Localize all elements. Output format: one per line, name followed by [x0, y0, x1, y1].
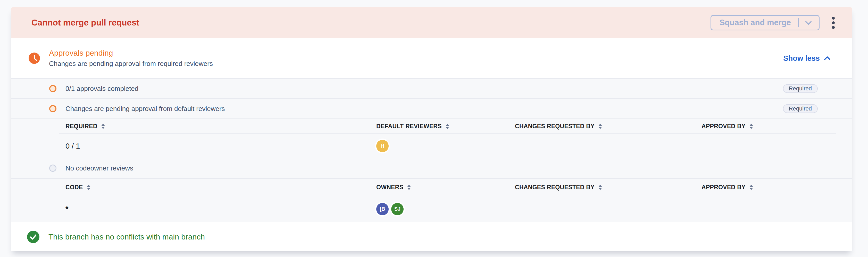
- table-row: * [B SJ: [59, 196, 836, 222]
- merge-options-chevron[interactable]: [805, 18, 812, 27]
- check-row-default-reviewers: Changes are pending approval from defaul…: [11, 99, 852, 119]
- column-header-approved-by[interactable]: APPROVED BY: [702, 184, 836, 191]
- column-header-changes-requested-by[interactable]: CHANGES REQUESTED BY: [515, 123, 702, 130]
- sort-icon: [598, 124, 602, 129]
- check-row-approvals-completed: 0/1 approvals completed Required: [11, 79, 852, 99]
- status-subtitle: Changes are pending approval from requir…: [49, 60, 213, 68]
- sort-icon: [598, 185, 602, 190]
- sort-icon: [445, 124, 449, 129]
- neutral-status-icon: [49, 165, 57, 172]
- avatar[interactable]: [B: [376, 203, 389, 215]
- sort-icon: [749, 185, 753, 190]
- check-success-icon: [27, 231, 39, 243]
- column-header-approved-by[interactable]: APPROVED BY: [702, 123, 836, 130]
- kebab-dot: [832, 26, 835, 29]
- avatar[interactable]: H: [376, 140, 389, 152]
- sort-icon: [101, 124, 105, 129]
- banner-title: Cannot merge pull request: [31, 18, 711, 28]
- table-row: 0 / 1 H: [59, 134, 836, 158]
- merge-button-label: Squash and merge: [719, 18, 791, 27]
- default-reviewers-table: REQUIRED DEFAULT REVIEWERS CHANGES REQUE…: [59, 119, 836, 158]
- table-header-row: CODE OWNERS CHANGES REQUESTED BY APPROVE…: [59, 179, 836, 196]
- pending-status-icon: [49, 85, 57, 92]
- check-label: No codeowner reviews: [65, 164, 133, 172]
- status-text: Approvals pending Changes are pending ap…: [49, 49, 213, 68]
- button-divider: [798, 18, 799, 27]
- merge-checks-panel: Cannot merge pull request Squash and mer…: [11, 7, 852, 251]
- column-header-required[interactable]: REQUIRED: [59, 123, 376, 130]
- owners-cell: [B SJ: [376, 203, 515, 215]
- sort-icon: [749, 124, 753, 129]
- kebab-dot: [832, 21, 835, 24]
- no-conflicts-label: This branch has no conflicts with main b…: [49, 232, 205, 241]
- show-less-link[interactable]: Show less: [783, 54, 831, 63]
- sort-icon: [407, 185, 411, 190]
- kebab-dot: [832, 17, 835, 20]
- check-label: 0/1 approvals completed: [65, 85, 138, 93]
- squash-and-merge-button[interactable]: Squash and merge: [711, 15, 819, 30]
- default-reviewers-cell: H: [376, 140, 515, 152]
- sort-icon: [87, 185, 90, 190]
- no-conflicts-row: This branch has no conflicts with main b…: [11, 222, 852, 251]
- chevron-down-icon: [805, 21, 812, 25]
- column-header-changes-requested-by[interactable]: CHANGES REQUESTED BY: [515, 184, 702, 191]
- required-badge: Required: [783, 104, 818, 113]
- code-pattern-cell: *: [59, 205, 376, 213]
- clock-pending-icon: [29, 53, 40, 64]
- avatar[interactable]: SJ: [391, 203, 404, 215]
- check-label: Changes are pending approval from defaul…: [65, 105, 225, 113]
- column-header-code[interactable]: CODE: [59, 184, 376, 191]
- approvals-pending-section: Approvals pending Changes are pending ap…: [11, 38, 852, 78]
- more-options-button[interactable]: [832, 17, 835, 29]
- show-less-label: Show less: [783, 54, 820, 63]
- merge-checks-list: 0/1 approvals completed Required Changes…: [11, 78, 852, 222]
- status-title: Approvals pending: [49, 49, 213, 57]
- check-row-codeowner: No codeowner reviews: [11, 158, 852, 179]
- cannot-merge-banner: Cannot merge pull request Squash and mer…: [11, 7, 852, 38]
- required-badge: Required: [783, 84, 818, 93]
- table-header-row: REQUIRED DEFAULT REVIEWERS CHANGES REQUE…: [59, 119, 836, 134]
- column-header-owners[interactable]: OWNERS: [376, 184, 515, 191]
- required-count-cell: 0 / 1: [59, 142, 376, 150]
- chevron-up-icon: [824, 56, 831, 60]
- pending-status-icon: [49, 105, 57, 112]
- column-header-default-reviewers[interactable]: DEFAULT REVIEWERS: [376, 123, 515, 130]
- codeowners-table: CODE OWNERS CHANGES REQUESTED BY APPROVE…: [59, 179, 836, 222]
